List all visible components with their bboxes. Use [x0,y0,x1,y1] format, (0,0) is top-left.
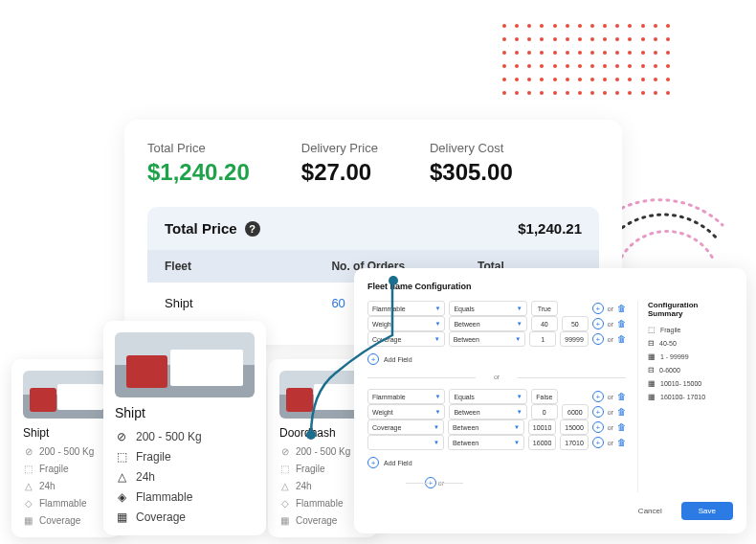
delete-icon[interactable]: 🗑 [617,392,626,401]
delivery-cost: Delivery Cost $305.00 [430,141,513,186]
value-input[interactable]: 15000 [560,419,588,435]
rule-row: Weight▼Between▼4050+or🗑 [367,316,626,331]
value-input[interactable]: True [531,301,558,316]
value-input[interactable]: 40 [531,316,558,331]
plus-icon[interactable]: + [592,318,604,329]
coverage-icon: ▦ [115,510,128,524]
field-select[interactable]: Flammable▼ [367,301,445,316]
attr-weight: 200 - 500 Kg [296,446,350,457]
value-input[interactable]: 99999 [560,331,588,347]
rules-area: Flammable▼Equals▼True+or🗑Weight▼Between▼… [367,301,626,492]
or-label: or [438,480,444,487]
operator-select[interactable]: Equals▼ [449,301,526,316]
field-select[interactable]: Weight▼ [367,404,445,419]
delivery-price: Delivery Price $27.00 [301,141,378,186]
delete-icon[interactable]: 🗑 [617,438,626,447]
or-label: or [608,336,613,343]
rule-row: Weight▼Between▼06000+or🗑 [367,404,626,419]
operator-select[interactable]: Between▼ [449,316,526,331]
row-fleet: Shipt [165,296,331,310]
summary-icon: ▦ [648,393,656,401]
summary-item: ⊟40-50 [648,339,733,348]
value-input[interactable]: 1 [529,331,556,347]
attr-time: 24h [296,481,312,491]
summary-item: ⬚Fragile [648,326,733,334]
attr-flammable: Flammable [136,490,192,504]
fleet-name: Shipt [115,405,255,420]
value-input[interactable]: 10010 [528,419,556,435]
plus-icon[interactable]: + [592,333,604,345]
plus-icon[interactable]: + [592,421,604,433]
delete-icon[interactable]: 🗑 [617,422,626,432]
weight-icon: ⊘ [23,446,33,457]
rule-row: Flammable▼Equals▼False+or🗑 [367,389,626,404]
summary-text: 0-6000 [659,367,680,374]
field-select[interactable]: Flammable▼ [367,389,445,404]
summary-title: Configuration Summary [648,301,733,318]
add-field-button[interactable]: +Add Field [367,457,626,468]
field-select[interactable]: Coverage▼ [367,331,445,347]
plus-icon[interactable]: + [592,391,604,402]
configuration-panel: Fleet name Configuration Flammable▼Equal… [354,268,746,533]
operator-select[interactable]: Between▼ [449,404,526,419]
summary-text: 40-50 [659,340,677,347]
or-label: or [608,440,613,446]
value-input[interactable]: 50 [562,316,589,331]
fragile-icon: ⬚ [279,464,290,474]
plus-icon[interactable]: + [592,406,604,418]
value-input[interactable]: 6000 [562,404,589,419]
time-icon: △ [279,481,290,491]
decorative-dots [502,24,675,101]
operator-select[interactable]: Between▼ [449,331,526,347]
delete-icon[interactable]: 🗑 [617,304,626,313]
summary-text: 160100- 17010 [660,394,705,400]
weight-icon: ⊘ [115,430,128,443]
flammable-icon: ◇ [23,498,33,509]
attr-time: 24h [39,481,56,491]
plus-icon[interactable]: + [592,437,604,448]
operator-select[interactable]: Equals▼ [449,389,526,404]
field-select[interactable]: Coverage▼ [367,419,444,435]
fleet-card-shipt-big[interactable]: Shipt ⊘200 - 500 Kg ⬚Fragile △24h ◈Flamm… [103,321,266,535]
operator-select[interactable]: Between▼ [448,435,524,450]
delete-icon[interactable]: 🗑 [617,334,626,344]
value-input[interactable]: 0 [531,404,558,419]
or-label: or [608,306,613,312]
add-field-label: Add Field [384,356,412,363]
attr-fragile: Fragile [39,464,69,474]
delivery-cost-label: Delivery Cost [430,141,513,155]
value-input[interactable]: False [531,389,558,404]
cancel-button[interactable]: Cancel [627,502,674,520]
attr-fragile: Fragile [136,450,171,464]
value-input[interactable]: 16000 [528,435,556,450]
col-fleet: Fleet [165,260,331,273]
field-select[interactable]: ▼ [367,435,444,450]
plus-icon[interactable]: + [425,477,436,488]
value-input[interactable]: 17010 [560,435,588,450]
summary-icon: ⊟ [648,366,655,374]
operator-select[interactable]: Between▼ [448,419,524,435]
attr-coverage: Coverage [296,515,337,526]
summary-item: ▦10010- 15000 [648,379,733,388]
save-button[interactable]: Save [681,502,733,520]
time-icon: △ [115,470,128,484]
connector-node [389,276,398,285]
or-label: or [608,394,613,400]
attr-time: 24h [136,470,155,484]
delivery-price-value: $27.00 [301,159,378,186]
add-field-button[interactable]: +Add Field [367,353,626,365]
plus-icon[interactable]: + [592,303,604,314]
fragile-icon: ⬚ [115,450,128,464]
summary-icon: ▦ [648,352,656,361]
total-price: Total Price $1,240.20 [147,141,250,186]
delete-icon[interactable]: 🗑 [617,407,626,417]
summary-item: ▦160100- 17010 [648,393,733,401]
help-icon[interactable]: ? [245,221,260,237]
attr-coverage: Coverage [39,515,80,526]
inner-title: Total Price ? [165,220,260,237]
delete-icon[interactable]: 🗑 [617,319,626,329]
field-select[interactable]: Weight▼ [367,316,445,331]
truck-image [115,332,255,397]
total-price-value: $1,240.20 [147,159,250,186]
fleet-name: Shipt [23,426,110,440]
